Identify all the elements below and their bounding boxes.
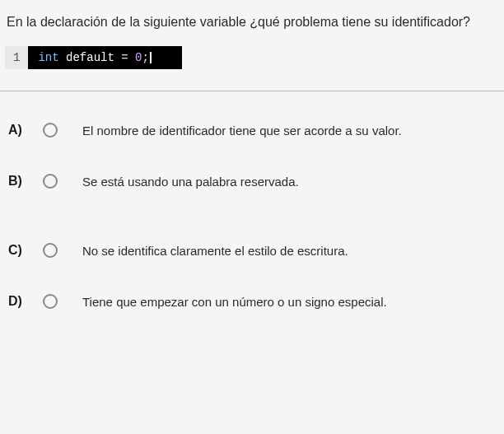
radio-icon[interactable]: [43, 174, 58, 189]
option-c[interactable]: C) No se identifica claramente el estilo…: [0, 225, 504, 276]
option-letter: A): [8, 123, 30, 138]
code-content: int default = 0;: [28, 46, 182, 69]
options-list: A) El nombre de identificador tiene que …: [0, 105, 504, 327]
code-token-int: int: [38, 51, 58, 64]
option-letter: C): [8, 243, 30, 258]
option-letter: B): [8, 174, 30, 189]
option-d[interactable]: D) Tiene que empezar con un número o un …: [0, 276, 504, 327]
radio-icon[interactable]: [43, 243, 58, 258]
option-text: El nombre de identificador tiene que ser…: [82, 124, 402, 138]
code-line-number: 1: [5, 46, 28, 69]
cursor-icon: [150, 52, 152, 63]
option-a[interactable]: A) El nombre de identificador tiene que …: [0, 105, 504, 156]
option-text: No se identifica claramente el estilo de…: [82, 244, 348, 258]
option-b[interactable]: B) Se está usando una palabra reservada.: [0, 156, 504, 207]
radio-icon[interactable]: [43, 123, 58, 138]
question-text: En la declaración de la siguiente variab…: [0, 0, 504, 41]
code-token-semi: ;: [142, 51, 148, 64]
code-token-default: default: [66, 51, 114, 64]
option-letter: D): [8, 294, 30, 309]
code-block: 1 int default = 0;: [5, 46, 182, 69]
divider: [0, 91, 504, 91]
code-token-eq: =: [121, 51, 128, 64]
option-text: Tiene que empezar con un número o un sig…: [82, 295, 387, 309]
option-text: Se está usando una palabra reservada.: [82, 175, 299, 189]
radio-icon[interactable]: [43, 294, 58, 309]
